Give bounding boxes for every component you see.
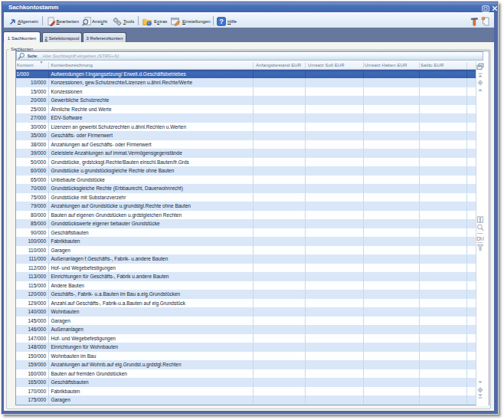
svg-text:?: ?	[219, 18, 224, 25]
svg-text:M: M	[479, 236, 483, 241]
